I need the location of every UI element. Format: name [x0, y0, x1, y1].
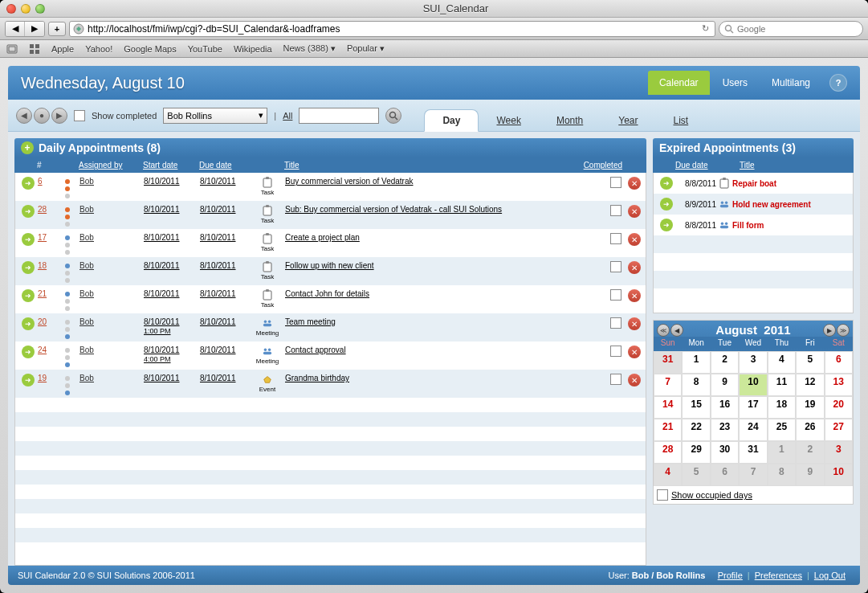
assigned-by-link[interactable]: Bob — [79, 233, 94, 242]
calendar-day[interactable]: 29 — [682, 441, 710, 464]
appointment-id-link[interactable]: 20 — [38, 317, 47, 326]
calendar-day[interactable]: 13 — [825, 374, 853, 396]
calendar-day[interactable]: 8 — [682, 374, 710, 396]
completed-checkbox[interactable] — [610, 233, 621, 244]
appointment-id-link[interactable]: 17 — [38, 233, 47, 242]
show-completed-checkbox[interactable] — [74, 110, 85, 121]
view-list[interactable]: List — [656, 110, 707, 131]
calendar-day[interactable]: 6 — [711, 464, 739, 486]
assigned-by-link[interactable]: Bob — [79, 177, 94, 186]
bookmark-popular[interactable]: Popular ▾ — [347, 43, 385, 54]
delete-button[interactable]: ✕ — [628, 289, 641, 302]
preferences-link[interactable]: Preferences — [755, 571, 802, 580]
calendar-day[interactable]: 2 — [711, 351, 739, 374]
assigned-by-link[interactable]: Bob — [79, 374, 94, 382]
profile-link[interactable]: Profile — [718, 571, 743, 580]
close-window[interactable] — [6, 4, 16, 14]
forward-button[interactable]: ▶ — [25, 22, 44, 36]
completed-checkbox[interactable] — [610, 289, 621, 301]
minimize-window[interactable] — [21, 4, 31, 14]
appointment-id-link[interactable]: 18 — [38, 261, 47, 270]
open-appointment-button[interactable]: ➜ — [22, 289, 35, 302]
calendar-day[interactable]: 7 — [654, 374, 682, 396]
completed-checkbox[interactable] — [610, 205, 621, 216]
calendar-day[interactable]: 17 — [739, 396, 767, 419]
completed-checkbox[interactable] — [610, 177, 621, 188]
appointment-id-link[interactable]: 28 — [38, 205, 47, 214]
calendar-day[interactable]: 26 — [796, 419, 824, 441]
view-week[interactable]: Week — [479, 110, 538, 131]
next-month-button[interactable]: ▶ — [823, 324, 836, 337]
bookmark-wikipedia[interactable]: Wikipedia — [234, 44, 272, 54]
calendar-day[interactable]: 18 — [768, 396, 796, 419]
delete-button[interactable]: ✕ — [628, 317, 641, 330]
calendar-day[interactable]: 5 — [682, 464, 710, 486]
assigned-by-link[interactable]: Bob — [79, 205, 94, 214]
calendar-day[interactable]: 31 — [739, 441, 767, 464]
calendar-day[interactable]: 3 — [739, 351, 767, 374]
open-appointment-button[interactable]: ➜ — [22, 177, 35, 190]
calendar-day[interactable]: 1 — [768, 441, 796, 464]
delete-button[interactable]: ✕ — [628, 261, 641, 274]
open-expired-button[interactable]: ➜ — [660, 219, 673, 231]
back-button[interactable]: ◀ — [6, 22, 25, 36]
user-select[interactable]: Bob Rollins ▾ — [163, 108, 267, 124]
open-expired-button[interactable]: ➜ — [660, 198, 673, 211]
calendar-day[interactable]: 27 — [825, 419, 853, 441]
view-year[interactable]: Year — [601, 110, 655, 131]
calendar-day[interactable]: 10 — [825, 464, 853, 486]
open-appointment-button[interactable]: ➜ — [22, 374, 35, 386]
calendar-day[interactable]: 23 — [711, 419, 739, 441]
find-input[interactable] — [299, 108, 379, 124]
calendar-day[interactable]: 6 — [825, 351, 853, 374]
assigned-by-link[interactable]: Bob — [79, 346, 94, 354]
add-bookmark-button[interactable]: + — [48, 22, 66, 36]
reading-list-icon[interactable] — [6, 43, 18, 55]
add-appointment-button[interactable]: + — [21, 141, 34, 154]
delete-button[interactable]: ✕ — [628, 374, 641, 386]
bookmark-yahoo[interactable]: Yahoo! — [85, 44, 112, 54]
completed-checkbox[interactable] — [610, 317, 621, 329]
assigned-by-link[interactable]: Bob — [79, 261, 94, 270]
calendar-day[interactable]: 25 — [768, 419, 796, 441]
logout-link[interactable]: Log Out — [814, 571, 846, 580]
calendar-day[interactable]: 30 — [711, 441, 739, 464]
calendar-day[interactable]: 19 — [796, 396, 824, 419]
open-appointment-button[interactable]: ➜ — [22, 233, 35, 246]
calendar-day[interactable]: 4 — [768, 351, 796, 374]
appointment-id-link[interactable]: 21 — [38, 289, 47, 298]
calendar-day[interactable]: 10 — [739, 374, 767, 396]
calendar-day[interactable]: 20 — [825, 396, 853, 419]
calendar-day[interactable]: 31 — [654, 351, 682, 374]
prev-month-button[interactable]: ◀ — [670, 324, 683, 337]
calendar-day[interactable]: 15 — [682, 396, 710, 419]
calendar-day[interactable]: 11 — [768, 374, 796, 396]
help-button[interactable]: ? — [829, 74, 847, 92]
zoom-window[interactable] — [35, 4, 45, 14]
calendar-day[interactable]: 9 — [711, 374, 739, 396]
tab-multilang[interactable]: Multilang — [760, 71, 821, 95]
calendar-day[interactable]: 7 — [739, 464, 767, 486]
calendar-day[interactable]: 14 — [654, 396, 682, 419]
find-button[interactable] — [385, 108, 401, 124]
calendar-day[interactable]: 16 — [711, 396, 739, 419]
calendar-day[interactable]: 5 — [796, 351, 824, 374]
calendar-day[interactable]: 1 — [682, 351, 710, 374]
today-button[interactable]: ● — [34, 108, 50, 124]
url-bar[interactable]: ↻ — [69, 21, 715, 37]
calendar-day[interactable]: 28 — [654, 441, 682, 464]
view-day[interactable]: Day — [424, 109, 479, 132]
next-year-button[interactable]: ≫ — [837, 324, 850, 337]
calendar-day[interactable]: 2 — [796, 441, 824, 464]
calendar-day[interactable]: 22 — [682, 419, 710, 441]
all-link[interactable]: All — [283, 111, 292, 121]
delete-button[interactable]: ✕ — [628, 346, 641, 358]
bookmark-apple[interactable]: Apple — [51, 44, 74, 54]
delete-button[interactable]: ✕ — [628, 205, 641, 218]
completed-checkbox[interactable] — [610, 374, 621, 385]
appointment-id-link[interactable]: 19 — [38, 374, 47, 382]
calendar-day[interactable]: 9 — [796, 464, 824, 486]
show-occupied-label[interactable]: Show occupied days — [671, 490, 752, 500]
calendar-day[interactable]: 24 — [739, 419, 767, 441]
open-appointment-button[interactable]: ➜ — [22, 261, 35, 274]
